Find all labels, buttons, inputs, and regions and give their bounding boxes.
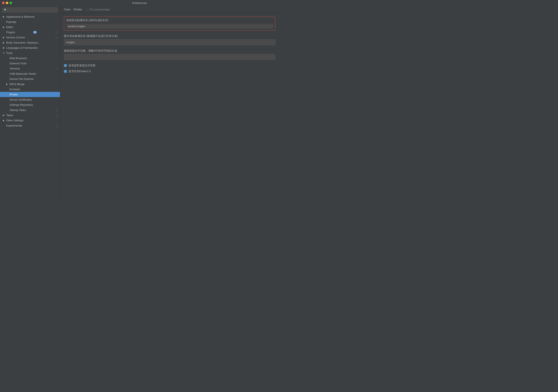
spacer bbox=[6, 62, 9, 65]
sidebar-item-label: Tools bbox=[6, 51, 12, 55]
field2-label: 图片优化检测目录 (根据图片名进行目录分类) bbox=[64, 34, 275, 38]
field-group-filter: 根据资源文件后缀，屏蔽R中某些字段的生成 bbox=[64, 49, 275, 60]
checkbox-listen[interactable] bbox=[64, 64, 67, 67]
checkbox-row-2: 是否开启Flutter2.0 bbox=[64, 69, 275, 73]
copy-icon: ⬚ bbox=[56, 67, 58, 70]
close-button[interactable] bbox=[2, 2, 5, 4]
copy-icon: ⬚ bbox=[87, 8, 89, 11]
window-title: Preferences bbox=[132, 1, 147, 5]
sidebar-item-label: Web Browsers bbox=[9, 57, 27, 60]
content-body: 资源变化检测目录 (实时生成R文件) 图片优化检测目录 (根据图片名进行目录分类… bbox=[60, 13, 279, 196]
main-layout: 🔍 ▶ Appearance & Behavior Keymap ▶ Edito… bbox=[0, 6, 279, 196]
sidebar-item-other-settings[interactable]: ▶ Other Settings bbox=[0, 118, 60, 123]
sidebar-item-emulator[interactable]: Emulator bbox=[0, 87, 60, 92]
sidebar-item-label: Build, Execution, Deploym... bbox=[6, 41, 40, 44]
content-header: Tools › IFlutter ⬚ For current project bbox=[60, 6, 279, 13]
sidebar-item-tasks[interactable]: ▶ Tasks ⬚ bbox=[0, 113, 60, 118]
copy-icon: ⬚ bbox=[56, 109, 58, 111]
checkbox-flutter2[interactable] bbox=[64, 70, 67, 73]
sidebar-item-label: Experimental bbox=[6, 124, 22, 127]
field3-label: 根据资源文件后缀，屏蔽R中某些字段的生成 bbox=[64, 49, 275, 53]
sidebar-item-label: IFlutter bbox=[9, 93, 18, 96]
sidebar-item-label: Startup Tasks bbox=[9, 109, 26, 111]
sidebar-item-label: Settings Repository bbox=[9, 103, 33, 106]
search-icon: 🔍 bbox=[4, 9, 7, 11]
chevron-icon: ▶ bbox=[3, 42, 5, 44]
spacer bbox=[6, 93, 9, 96]
spacer bbox=[6, 57, 9, 59]
sidebar: 🔍 ▶ Appearance & Behavior Keymap ▶ Edito… bbox=[0, 6, 60, 196]
sidebar-item-label: Device File Explorer bbox=[9, 77, 34, 80]
chevron-icon: ▶ bbox=[3, 47, 5, 49]
sidebar-item-label: Other Settings bbox=[6, 119, 24, 122]
checkbox-row-1: 是否监听资源文件变更 bbox=[64, 64, 275, 68]
sidebar-item-appearance[interactable]: ▶ Appearance & Behavior bbox=[0, 14, 60, 19]
sidebar-item-terminal[interactable]: Terminal ⬚ bbox=[0, 66, 60, 71]
spacer bbox=[3, 21, 5, 23]
sidebar-item-experimental[interactable]: Experimental ⬚ bbox=[0, 123, 60, 128]
field-group-images: 图片优化检测目录 (根据图片名进行目录分类) bbox=[64, 34, 275, 45]
field-group-assets: 资源变化检测目录 (实时生成R文件) bbox=[64, 17, 275, 31]
sidebar-item-asm[interactable]: ASM Bytecode Viewer bbox=[0, 71, 60, 76]
breadcrumb-separator: › bbox=[71, 8, 72, 11]
plugins-badge: 1 bbox=[33, 31, 37, 34]
sidebar-item-external-tools[interactable]: External Tools bbox=[0, 61, 60, 66]
sidebar-item-label: Diff & Merge bbox=[9, 83, 25, 86]
chevron-icon: ▶ bbox=[3, 119, 5, 121]
copy-icon: ⬚ bbox=[56, 93, 58, 96]
chevron-icon: ▼ bbox=[3, 52, 5, 54]
sidebar-item-plugins[interactable]: Plugins 1 ⬚ bbox=[0, 30, 60, 35]
sidebar-item-startup-tasks[interactable]: Startup Tasks ⬚ bbox=[0, 107, 60, 113]
spacer bbox=[6, 109, 9, 111]
for-current-project-button[interactable]: ⬚ For current project bbox=[87, 8, 110, 11]
spacer bbox=[6, 73, 9, 75]
sidebar-scroll: ▶ Appearance & Behavior Keymap ▶ Editor … bbox=[0, 14, 60, 196]
traffic-lights bbox=[2, 2, 12, 4]
copy-icon: ⬚ bbox=[56, 36, 58, 39]
sidebar-item-version-control[interactable]: ▶ Version Control ⬚ bbox=[0, 35, 60, 40]
field2-input[interactable] bbox=[64, 39, 275, 45]
sidebar-item-web-browsers[interactable]: Web Browsers bbox=[0, 56, 60, 61]
sidebar-item-label: ASM Bytecode Viewer bbox=[9, 72, 36, 75]
content-area: Tools › IFlutter ⬚ For current project 资… bbox=[60, 6, 279, 196]
sidebar-item-label: Terminal bbox=[9, 67, 20, 70]
spacer bbox=[6, 99, 9, 101]
chevron-icon: ▶ bbox=[3, 36, 5, 39]
checkbox2-label: 是否开启Flutter2.0 bbox=[69, 69, 91, 73]
sidebar-item-editor[interactable]: ▶ Editor bbox=[0, 25, 60, 30]
minimize-button[interactable] bbox=[6, 2, 8, 4]
sidebar-item-label: Editor bbox=[6, 26, 13, 29]
sidebar-item-device-explorer[interactable]: Device File Explorer bbox=[0, 76, 60, 82]
chevron-icon: ▶ bbox=[6, 83, 9, 85]
sidebar-item-label: External Tools bbox=[9, 62, 26, 65]
maximize-button[interactable] bbox=[9, 2, 12, 4]
chevron-icon: ▶ bbox=[3, 114, 5, 116]
sidebar-item-diff-merge[interactable]: ▶ Diff & Merge bbox=[0, 82, 60, 87]
sidebar-item-server-certificates[interactable]: Server Certificates bbox=[0, 97, 60, 102]
spacer bbox=[3, 31, 5, 33]
sidebar-item-languages[interactable]: ▶ Languages & Frameworks bbox=[0, 45, 60, 51]
spacer bbox=[6, 78, 9, 80]
sidebar-item-label: Emulator bbox=[9, 88, 20, 91]
field3-input[interactable] bbox=[64, 54, 275, 60]
sidebar-item-iflutter[interactable]: IFlutter ⬚ bbox=[0, 92, 60, 97]
spacer bbox=[3, 124, 5, 127]
sidebar-item-label: Plugins bbox=[6, 31, 15, 34]
sidebar-item-settings-repository[interactable]: Settings Repository bbox=[0, 102, 60, 107]
breadcrumb-current: IFlutter bbox=[74, 8, 82, 11]
sidebar-item-label: Appearance & Behavior bbox=[6, 15, 35, 18]
search-box[interactable]: 🔍 bbox=[2, 8, 58, 12]
sidebar-item-label: Version Control bbox=[6, 36, 25, 39]
sidebar-item-label: Tasks bbox=[6, 114, 13, 117]
sidebar-item-label: Server Certificates bbox=[9, 98, 32, 101]
sidebar-item-tools[interactable]: ▼ Tools bbox=[0, 51, 60, 56]
copy-icon: ⬚ bbox=[56, 114, 58, 117]
sidebar-item-label: Languages & Frameworks bbox=[6, 46, 38, 49]
sidebar-item-build[interactable]: ▶ Build, Execution, Deploym... bbox=[0, 40, 60, 45]
search-input[interactable] bbox=[8, 9, 56, 11]
copy-icon: ⬚ bbox=[56, 31, 58, 34]
sidebar-item-keymap[interactable]: Keymap bbox=[0, 19, 60, 25]
sidebar-item-label: Keymap bbox=[6, 20, 16, 23]
field1-input[interactable] bbox=[66, 24, 273, 29]
spacer bbox=[6, 88, 9, 90]
